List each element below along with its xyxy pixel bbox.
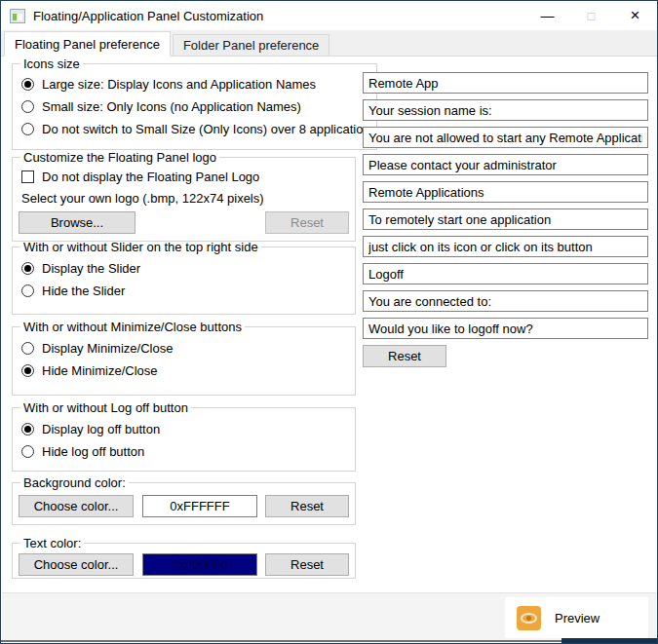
logo-button-row: Browse... Reset [19, 211, 349, 234]
group-minimize-close: With or without Minimize/Close buttons D… [12, 320, 356, 396]
radio-label: Hide log off button [42, 444, 144, 459]
radio-display-logoff[interactable]: Display log off button [21, 422, 355, 436]
radio-icon [21, 123, 34, 135]
radio-label: Hide Minimize/Close [42, 363, 157, 378]
radio-label: Display Minimize/Close [42, 341, 173, 356]
panel-text-fields: Reset [363, 72, 648, 367]
background-choose-color-button[interactable]: Choose color... [19, 495, 134, 517]
maximize-button[interactable]: □ [569, 1, 613, 30]
title-bar: Floating/Application Panel Customization… [1, 1, 657, 30]
group-logoff: With or without Log off button Display l… [12, 400, 356, 472]
radio-icon [21, 445, 34, 458]
radio-label: Hide the Slider [42, 284, 125, 298]
radio-hide-logoff[interactable]: Hide log off button [21, 444, 355, 459]
radio-display-minclose[interactable]: Display Minimize/Close [21, 341, 355, 356]
tab-floating-panel-preference[interactable]: Floating Panel preference [4, 31, 171, 57]
window-controls: — □ × [525, 1, 657, 30]
radio-icon [21, 78, 34, 91]
group-panel-logo-title: Customize the Floating Panel logo [20, 150, 219, 165]
group-slider-title: With or without Slider on the top right … [20, 240, 261, 254]
window-title: Floating/Application Panel Customization [33, 9, 263, 23]
radio-icon [21, 262, 34, 275]
text-field-start-one-app[interactable] [363, 208, 648, 230]
footer-bar: Preview [2, 592, 656, 641]
background-color-reset-button[interactable]: Reset [265, 495, 349, 517]
text-color-row: Choose color... 0x000080 Reset [19, 553, 349, 576]
text-field-session-name[interactable] [363, 99, 648, 121]
radio-icon [21, 364, 34, 377]
browse-button[interactable]: Browse... [19, 211, 135, 234]
group-text-color: Text color: Choose color... 0x000080 Res… [12, 536, 356, 579]
maximize-icon: □ [588, 9, 596, 23]
logo-reset-button[interactable]: Reset [265, 211, 349, 234]
text-field-connected-to[interactable] [363, 290, 648, 312]
text-field-contact-admin[interactable] [363, 154, 648, 175]
text-color-value: 0x000080 [142, 553, 257, 576]
tab-strip: Floating Panel preference Folder Panel p… [1, 30, 657, 57]
dialog-window: Floating/Application Panel Customization… [0, 0, 658, 644]
checkbox-label: Do not display the Floating Panel Logo [42, 170, 259, 184]
radio-large-size[interactable]: Large size: Display Icons and Applicatio… [21, 77, 376, 92]
radio-icon [21, 342, 34, 355]
radio-label: Small size: Only Icons (no Application N… [42, 99, 301, 114]
minimize-icon: — [541, 8, 555, 23]
text-choose-color-button[interactable]: Choose color... [19, 553, 134, 576]
checkbox-icon [21, 170, 34, 183]
radio-hide-minclose[interactable]: Hide Minimize/Close [21, 363, 355, 378]
radio-label: Display log off button [42, 422, 160, 436]
radio-small-size[interactable]: Small size: Only Icons (no Application N… [21, 99, 376, 114]
preview-button[interactable]: Preview [505, 597, 648, 638]
background-color-value: 0xFFFFFF [142, 495, 257, 517]
group-icons-size-title: Icons size [20, 57, 83, 71]
group-icons-size: Icons size Large size: Display Icons and… [12, 57, 377, 150]
app-window-icon [10, 9, 25, 23]
text-color-reset-button[interactable]: Reset [265, 553, 349, 576]
eye-preview-icon [517, 606, 541, 630]
text-field-app-title[interactable] [363, 72, 648, 94]
radio-label: Display the Slider [42, 261, 140, 276]
radio-label: Large size: Display Icons and Applicatio… [42, 77, 316, 92]
close-icon: × [631, 6, 640, 25]
radio-icon [21, 284, 34, 297]
radio-label: Do not switch to Small Size (Only Icons)… [42, 122, 376, 136]
text-field-click-icon[interactable] [363, 236, 648, 257]
bottom-window-edge-accent [561, 638, 657, 643]
radio-display-slider[interactable]: Display the Slider [21, 261, 355, 276]
group-logoff-title: With or without Log off button [20, 400, 191, 415]
group-slider: With or without Slider on the top right … [12, 240, 356, 315]
close-button[interactable]: × [613, 1, 657, 30]
radio-no-switch-small[interactable]: Do not switch to Small Size (Only Icons)… [21, 122, 376, 136]
group-minimize-close-title: With or without Minimize/Close buttons [20, 320, 245, 334]
tab-folder-panel-preference[interactable]: Folder Panel preference [173, 34, 329, 56]
minimize-button[interactable]: — [525, 1, 569, 30]
messages-reset-button[interactable]: Reset [363, 345, 446, 367]
group-panel-logo: Customize the Floating Panel logo Do not… [12, 150, 356, 242]
logo-hint-text: Select your own logo (.bmp, 122x74 pixel… [21, 191, 355, 206]
preview-button-label: Preview [555, 611, 600, 625]
text-field-logoff[interactable] [363, 263, 648, 284]
radio-hide-slider[interactable]: Hide the Slider [21, 284, 355, 298]
checkbox-hide-logo[interactable]: Do not display the Floating Panel Logo [21, 170, 355, 184]
radio-icon [21, 423, 34, 436]
background-color-row: Choose color... 0xFFFFFF Reset [19, 495, 349, 517]
group-background-color-title: Background color: [20, 475, 129, 490]
text-field-logoff-now[interactable] [363, 318, 648, 339]
group-background-color: Background color: Choose color... 0xFFFF… [12, 475, 356, 525]
radio-icon [21, 100, 34, 113]
text-field-not-allowed[interactable] [363, 127, 648, 148]
text-field-remote-applications[interactable] [363, 181, 648, 203]
group-text-color-title: Text color: [20, 536, 84, 550]
bottom-window-edge [1, 640, 657, 642]
